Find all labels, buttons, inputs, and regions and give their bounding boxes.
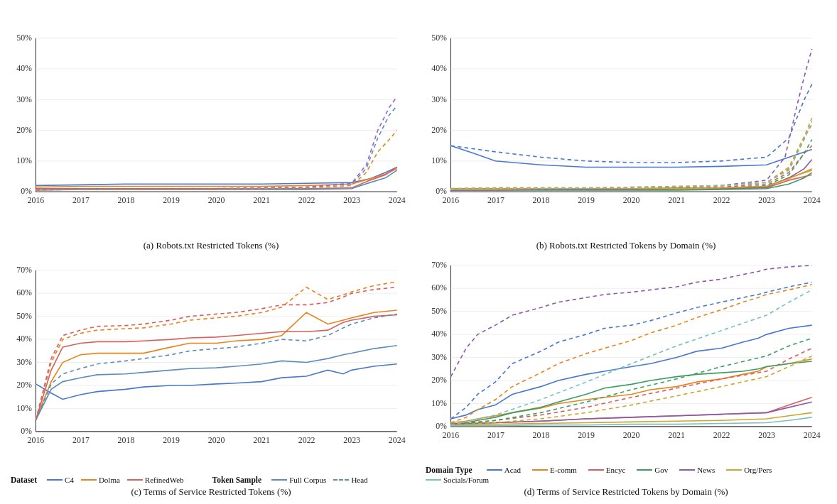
svg-text:50%: 50%	[16, 310, 32, 320]
svg-text:2018: 2018	[118, 435, 135, 445]
svg-text:10%: 10%	[431, 398, 447, 407]
svg-text:20%: 20%	[431, 375, 447, 385]
svg-text:2024: 2024	[804, 430, 821, 440]
svg-text:2023: 2023	[758, 195, 775, 205]
svg-text:2022: 2022	[713, 430, 730, 440]
svg-text:2016: 2016	[443, 195, 460, 205]
svg-text:2017: 2017	[487, 430, 504, 440]
svg-text:30%: 30%	[16, 356, 32, 366]
legend-head: Head	[333, 476, 367, 484]
legend-acad: Acad	[487, 466, 521, 474]
svg-text:40%: 40%	[16, 334, 32, 344]
svg-text:40%: 40%	[16, 63, 32, 73]
chart-wrapper-c: 0% 10% 20% 30% 40% 50% 60% 70% 2016	[4, 254, 418, 475]
chart-svg-b: 0% 10% 20% 30% 40% 50% 2016 2017 2018 20…	[418, 7, 833, 239]
legend-dataset-title: Dataset	[11, 476, 37, 484]
legend-gov: Gov	[637, 466, 668, 474]
svg-text:2023: 2023	[343, 195, 360, 205]
svg-text:2017: 2017	[487, 195, 504, 205]
svg-text:2022: 2022	[298, 435, 315, 445]
svg-text:0%: 0%	[21, 186, 32, 196]
svg-text:2017: 2017	[72, 195, 90, 205]
dolma-line-icon	[81, 479, 97, 481]
legend-encyc: Encyc	[588, 466, 625, 474]
svg-text:60%: 60%	[431, 283, 447, 292]
svg-text:40%: 40%	[431, 63, 447, 73]
svg-text:2016: 2016	[443, 430, 460, 440]
legend-orgpers: Org/Pers	[726, 466, 772, 474]
legend-dataset-group: Dataset C4 Dolma RefinedWeb	[11, 476, 184, 484]
caption-b: (b) Robots.txt Restricted Tokens by Doma…	[536, 239, 716, 254]
svg-text:2022: 2022	[713, 195, 730, 205]
svg-text:2020: 2020	[623, 195, 640, 205]
chart-cell-d: 0% 10% 20% 30% 40% 50% 60% 70% 2016	[418, 254, 833, 501]
svg-text:2019: 2019	[578, 430, 595, 440]
svg-text:2021: 2021	[668, 430, 685, 440]
ecomm-line-icon	[532, 469, 548, 471]
caption-c: (c) Terms of Service Restricted Tokens (…	[131, 485, 291, 500]
svg-text:2018: 2018	[533, 430, 550, 440]
acad-line-icon	[487, 469, 502, 471]
head-line-icon	[333, 479, 349, 481]
legend-token-title: Token Sample	[212, 476, 262, 484]
svg-text:2016: 2016	[28, 435, 45, 445]
legend-c4: C4	[47, 476, 74, 484]
svg-text:10%: 10%	[431, 155, 447, 165]
svg-text:0%: 0%	[436, 421, 447, 431]
chart-wrapper-d: 0% 10% 20% 30% 40% 50% 60% 70% 2016	[418, 254, 833, 465]
chart-wrapper-a: 0% 10% 20% 30% 40% 50% 2016 2017	[4, 7, 418, 239]
svg-text:2020: 2020	[208, 435, 225, 445]
svg-text:0%: 0%	[436, 186, 447, 196]
svg-text:30%: 30%	[16, 94, 32, 104]
encyc-line-icon	[588, 469, 604, 471]
svg-text:2024: 2024	[389, 435, 406, 445]
caption-a: (a) Robots.txt Restricted Tokens (%)	[144, 239, 279, 254]
refinedweb-line-icon	[127, 479, 143, 481]
svg-text:2021: 2021	[253, 195, 270, 205]
news-line-icon	[679, 469, 695, 471]
svg-text:2019: 2019	[163, 195, 180, 205]
svg-text:50%: 50%	[431, 305, 447, 315]
svg-text:2019: 2019	[163, 435, 180, 445]
chart-svg-a: 0% 10% 20% 30% 40% 50% 2016 2017	[4, 7, 418, 239]
svg-text:2024: 2024	[389, 195, 406, 205]
socials-line-icon	[426, 479, 441, 481]
legend-token-group: Token Sample Full Corpus Head	[212, 476, 368, 484]
svg-text:2017: 2017	[72, 435, 90, 445]
chart-svg-c: 0% 10% 20% 30% 40% 50% 60% 70% 2016	[4, 254, 418, 475]
svg-text:2020: 2020	[208, 195, 225, 205]
svg-text:2016: 2016	[28, 195, 45, 205]
figure-container: 0% 10% 20% 30% 40% 50% 2016 2017	[0, 0, 837, 504]
caption-d: (d) Terms of Service Restricted Tokens b…	[524, 485, 728, 500]
chart-wrapper-b: 0% 10% 20% 30% 40% 50% 2016 2017 2018 20…	[418, 7, 833, 239]
legend-domain-title: Domain Type	[426, 466, 472, 474]
svg-text:20%: 20%	[16, 380, 32, 390]
svg-text:10%: 10%	[16, 402, 32, 412]
full-corpus-line-icon	[271, 479, 287, 481]
svg-text:20%: 20%	[431, 125, 447, 135]
svg-text:2022: 2022	[298, 195, 315, 205]
chart-cell-c: 0% 10% 20% 30% 40% 50% 60% 70% 2016	[4, 254, 418, 501]
svg-text:40%: 40%	[431, 329, 447, 339]
svg-text:0%: 0%	[21, 426, 32, 436]
legend-ecomm: E-comm	[532, 466, 577, 474]
svg-text:2023: 2023	[758, 430, 775, 440]
legend-d: Domain Type Acad E-comm Encyc Gov	[418, 464, 833, 485]
svg-text:2023: 2023	[343, 435, 360, 445]
svg-text:50%: 50%	[431, 33, 447, 43]
c4-line-icon	[47, 479, 63, 481]
svg-text:20%: 20%	[16, 125, 32, 135]
svg-text:30%: 30%	[431, 94, 447, 104]
svg-text:30%: 30%	[431, 351, 447, 361]
svg-text:60%: 60%	[16, 287, 32, 297]
svg-text:2018: 2018	[118, 195, 135, 205]
svg-text:2020: 2020	[623, 430, 640, 440]
legend-full-corpus: Full Corpus	[271, 476, 326, 484]
chart-cell-a: 0% 10% 20% 30% 40% 50% 2016 2017	[4, 7, 418, 254]
chart-cell-b: 0% 10% 20% 30% 40% 50% 2016 2017 2018 20…	[418, 7, 833, 254]
legend-socials: Socials/Forum	[426, 476, 489, 484]
svg-text:2024: 2024	[804, 195, 821, 205]
orgpers-line-icon	[726, 469, 742, 471]
legend-news: News	[679, 466, 715, 474]
legend-refinedweb: RefinedWeb	[127, 476, 184, 484]
